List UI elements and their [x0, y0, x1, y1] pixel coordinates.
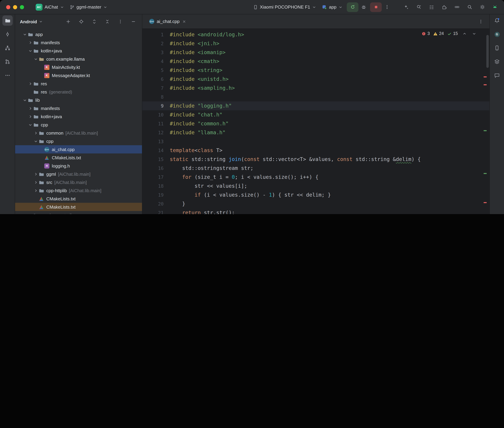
- code-line[interactable]: 15static std::string join(const std::vec…: [142, 155, 489, 164]
- todo-checklist-button[interactable]: [426, 2, 437, 12]
- structure-tool-button[interactable]: [2, 43, 13, 53]
- stripe-mark-error[interactable]: [484, 84, 487, 85]
- project-view-selector[interactable]: Android: [20, 19, 37, 24]
- code-line[interactable]: 8: [142, 92, 489, 101]
- tree-row[interactable]: KMessageAdapter.kt: [15, 71, 142, 80]
- gemini-assistant-button[interactable]: [490, 2, 500, 12]
- fullscreen-window-button[interactable]: [20, 5, 24, 9]
- chevron-right-icon[interactable]: [27, 114, 33, 119]
- more-tool-windows-button[interactable]: [2, 70, 13, 81]
- stop-button[interactable]: [370, 2, 382, 12]
- tree-row[interactable]: kotlin+java: [15, 47, 142, 55]
- tree-row[interactable]: CMakeLists.txt: [15, 153, 142, 162]
- stripe-mark-error[interactable]: [484, 76, 487, 77]
- pull-requests-tool-button[interactable]: [2, 57, 13, 67]
- search-with-ai-button[interactable]: [414, 2, 424, 12]
- chevron-down-icon[interactable]: [27, 123, 33, 127]
- stripe-mark-error[interactable]: [484, 202, 487, 203]
- rerun-button[interactable]: [347, 2, 359, 12]
- code-line[interactable]: 6#include <unistd.h>: [142, 75, 489, 83]
- tree-row[interactable]: manifests: [15, 38, 142, 47]
- code-line[interactable]: 16 std::ostringstream str;: [142, 164, 489, 173]
- expand-all-button[interactable]: [89, 17, 99, 26]
- code-line[interactable]: 13: [142, 137, 489, 146]
- tree-row[interactable]: com.example.llama: [15, 55, 142, 63]
- tree-row[interactable]: KMainActivity.kt: [15, 63, 142, 71]
- new-file-button[interactable]: [63, 17, 73, 26]
- tree-row[interactable]: kotlin+java: [15, 112, 142, 121]
- more-run-actions-button[interactable]: [382, 2, 392, 12]
- code-line[interactable]: 14template<class T>: [142, 146, 489, 155]
- editor-tab[interactable]: C++ ai_chat.cpp: [146, 14, 189, 28]
- editor-options-button[interactable]: [476, 16, 486, 26]
- tree-row[interactable]: cpp: [15, 121, 142, 129]
- device-manager-tool-button[interactable]: [492, 43, 502, 53]
- code-line[interactable]: 2#include <jni.h>: [142, 39, 489, 48]
- stripe-mark-ok[interactable]: [484, 130, 487, 131]
- layout-inspector-tool-button[interactable]: [492, 57, 502, 67]
- tree-row[interactable]: app: [15, 30, 142, 38]
- gradle-tool-button[interactable]: G: [492, 29, 502, 39]
- tree-row[interactable]: CMakeLists.txt: [15, 195, 142, 203]
- share-link-button[interactable]: [452, 2, 462, 12]
- collapse-all-button[interactable]: [102, 17, 112, 26]
- ai-actions-button[interactable]: [401, 2, 411, 12]
- chevron-right-icon[interactable]: [33, 172, 38, 176]
- chevron-down-icon[interactable]: [22, 98, 27, 102]
- chevron-down-icon[interactable]: [33, 139, 38, 143]
- code-line[interactable]: 18 str << values[i];: [142, 181, 489, 190]
- settings-button[interactable]: [477, 2, 487, 12]
- minimize-window-button[interactable]: [13, 5, 17, 9]
- chevron-right-icon[interactable]: [27, 40, 33, 45]
- close-window-button[interactable]: [6, 5, 10, 9]
- warnings-count[interactable]: 24: [433, 31, 444, 36]
- code-line[interactable]: 9#include "logging.h": [142, 101, 489, 110]
- code-line[interactable]: 20 }: [142, 199, 489, 208]
- notifications-button[interactable]: [492, 16, 502, 26]
- code-line[interactable]: 3#include <iomanip>: [142, 48, 489, 57]
- tree-row[interactable]: common[AiChat.lib.main]: [15, 129, 142, 137]
- chevron-down-icon[interactable]: [22, 32, 27, 36]
- tree-row[interactable]: cpp: [15, 137, 142, 145]
- project-tool-button[interactable]: [2, 16, 13, 26]
- next-problem-button[interactable]: [471, 31, 477, 37]
- code-line[interactable]: 4#include <cmath>: [142, 57, 489, 66]
- code-line[interactable]: 12#include "llama.h": [142, 128, 489, 137]
- tree-row[interactable]: C++ai_chat.cpp: [15, 145, 142, 153]
- project-selector[interactable]: AC AiChat: [33, 2, 67, 12]
- assistant-tool-button[interactable]: [492, 70, 502, 81]
- code-line[interactable]: 5#include <string>: [142, 66, 489, 75]
- tree-row[interactable]: res: [15, 80, 142, 88]
- project-tree[interactable]: appmanifestskotlin+javacom.example.llama…: [15, 29, 142, 214]
- code-line[interactable]: 7#include <sampling.h>: [142, 83, 489, 92]
- tree-row[interactable]: CMakeLists.txt: [15, 203, 142, 211]
- plugins-button[interactable]: [439, 2, 449, 12]
- device-selector[interactable]: Xiaomi POCOPHONE F1: [250, 2, 319, 12]
- passed-count[interactable]: 15: [447, 31, 458, 36]
- tree-row[interactable]: src[AiChat.lib.main]: [15, 178, 142, 186]
- chevron-down-icon[interactable]: [33, 57, 38, 61]
- vcs-branch-selector[interactable]: ggml-master: [67, 2, 110, 12]
- chevron-down-icon[interactable]: [27, 49, 33, 53]
- tree-row[interactable]: Hlogging.h: [15, 162, 142, 170]
- code-line[interactable]: 21 return str.str();: [142, 208, 489, 214]
- project-options-button[interactable]: [115, 17, 126, 26]
- editor-scrollbar[interactable]: [486, 35, 489, 68]
- inspections-widget[interactable]: 3 24 15: [421, 31, 477, 37]
- code-line[interactable]: 10#include "chat.h": [142, 110, 489, 119]
- tree-row[interactable]: cpp-httplib[AiChat.lib.main]: [15, 186, 142, 195]
- chevron-right-icon[interactable]: [33, 188, 38, 193]
- code-line[interactable]: 19 if (i < values.size() - 1) { str << d…: [142, 190, 489, 199]
- prev-problem-button[interactable]: [461, 31, 468, 37]
- search-everywhere-button[interactable]: [464, 2, 475, 12]
- locate-file-button[interactable]: [76, 17, 86, 26]
- tree-row[interactable]: lib: [15, 96, 142, 104]
- tree-row[interactable]: res(generated): [15, 211, 142, 214]
- chevron-right-icon[interactable]: [33, 180, 38, 184]
- tree-row[interactable]: ggml[AiChat.lib.main]: [15, 170, 142, 178]
- tree-row[interactable]: res(generated): [15, 88, 142, 96]
- commit-tool-button[interactable]: [2, 29, 13, 39]
- debug-button[interactable]: [359, 2, 369, 12]
- errors-count[interactable]: 3: [421, 31, 430, 36]
- code-editor[interactable]: 1#include <android/log.h>2#include <jni.…: [142, 29, 489, 214]
